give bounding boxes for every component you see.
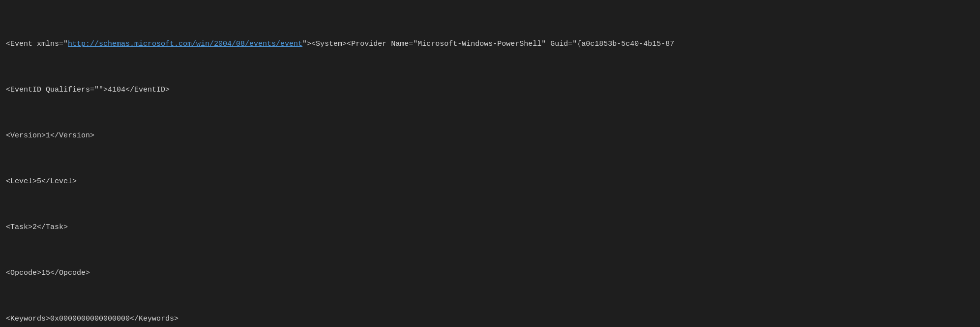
line-2: <EventID Qualifiers="">4104</EventID> — [6, 84, 974, 96]
text-normal: "><System><Provider Name="Microsoft-Wind… — [302, 40, 674, 48]
line-6: <Opcode>15</Opcode> — [6, 267, 974, 279]
text-normal: <Opcode>15</Opcode> — [6, 269, 90, 277]
text-normal: <EventID Qualifiers="">4104</EventID> — [6, 86, 170, 94]
text-normal: <Task>2</Task> — [6, 223, 68, 231]
text-normal: <Level>5</Level> — [6, 177, 77, 186]
line-4: <Level>5</Level> — [6, 176, 974, 187]
line-3: <Version>1</Version> — [6, 130, 974, 141]
line-7: <Keywords>0x0000000000000000</Keywords> — [6, 313, 974, 325]
text-normal: <Event xmlns=" — [6, 40, 68, 48]
line-1: <Event xmlns="http://schemas.microsoft.c… — [6, 38, 974, 50]
xmlns-link[interactable]: http://schemas.microsoft.com/win/2004/08… — [68, 40, 302, 48]
text-normal: <Keywords>0x0000000000000000</Keywords> — [6, 315, 178, 323]
xml-viewer: <Event xmlns="http://schemas.microsoft.c… — [6, 4, 974, 327]
line-5: <Task>2</Task> — [6, 222, 974, 233]
text-normal: <Version>1</Version> — [6, 131, 94, 140]
